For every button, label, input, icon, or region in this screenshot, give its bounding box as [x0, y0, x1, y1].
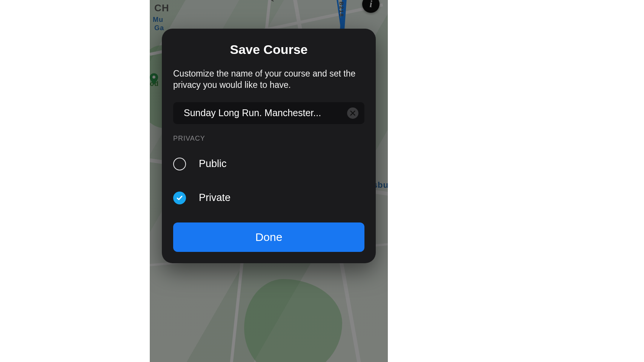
radio-unchecked-icon [173, 158, 186, 170]
privacy-option-public[interactable]: Public [173, 156, 364, 172]
course-name-input[interactable] [184, 107, 343, 118]
radio-checked-icon [173, 192, 186, 204]
privacy-section-label: PRIVACY [173, 135, 364, 143]
option-label: Private [199, 192, 231, 204]
dialog-title: Save Course [173, 42, 364, 57]
clear-input-button[interactable] [347, 107, 358, 119]
course-name-field[interactable] [173, 102, 364, 124]
option-label: Public [199, 158, 227, 170]
privacy-option-private[interactable]: Private [173, 190, 364, 206]
done-button[interactable]: Done [173, 222, 364, 252]
phone-frame: CH Mu Ga od sbu B218 Honc i Save Course … [150, 0, 388, 362]
dialog-description: Customize the name of your course and se… [173, 68, 364, 91]
close-icon [350, 110, 355, 116]
save-course-dialog: Save Course Customize the name of your c… [162, 29, 376, 263]
stage: CH Mu Ga od sbu B218 Honc i Save Course … [0, 0, 644, 362]
